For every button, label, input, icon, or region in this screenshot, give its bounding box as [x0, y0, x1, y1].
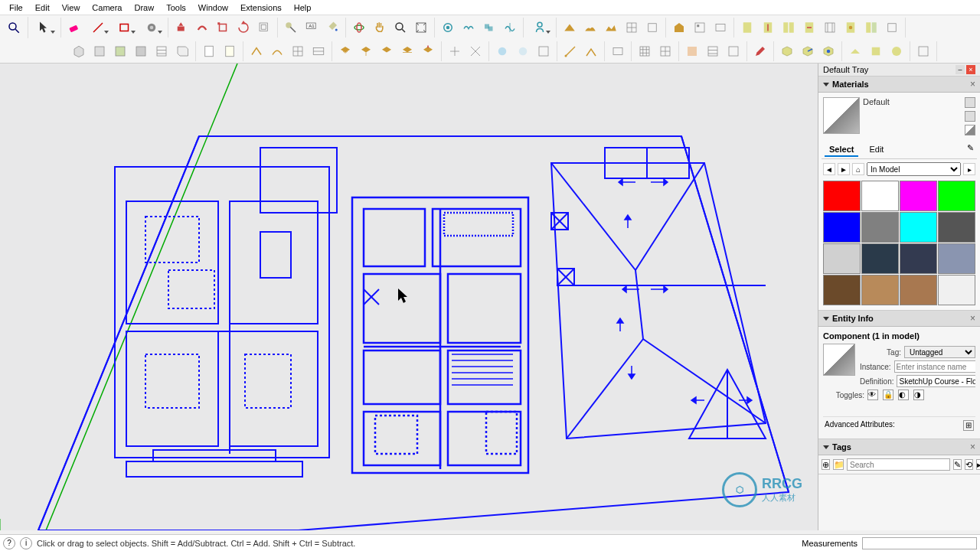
- swatch[interactable]: [823, 275, 861, 305]
- materials-back-icon[interactable]: ◄: [823, 163, 835, 175]
- swatch[interactable]: [900, 243, 937, 274]
- tags-menu-icon[interactable]: ▸: [976, 459, 980, 470]
- materials-panel-header[interactable]: Materials ×: [818, 77, 980, 93]
- menu-draw[interactable]: Draw: [128, 2, 160, 14]
- section-1-icon[interactable]: [247, 41, 266, 61]
- status-help-icon[interactable]: ?: [3, 537, 15, 549]
- circle-tool-icon[interactable]: [139, 18, 165, 37]
- axis-2-icon[interactable]: [466, 41, 485, 61]
- tags-close-icon[interactable]: ×: [970, 442, 975, 452]
- scene-1-icon[interactable]: [608, 41, 628, 61]
- misc-2-icon[interactable]: [866, 41, 886, 61]
- followme-tool-icon[interactable]: [192, 18, 212, 37]
- rectangle-tool-icon[interactable]: [112, 18, 138, 37]
- section-4-icon[interactable]: [309, 41, 328, 61]
- select-tool-icon[interactable]: [31, 18, 57, 37]
- layer-5-icon[interactable]: [418, 41, 438, 61]
- entity-info-header[interactable]: Entity Info ×: [818, 311, 980, 327]
- entity-instance-input[interactable]: [894, 360, 975, 373]
- misc-1-icon[interactable]: [845, 41, 865, 61]
- end-tool-icon[interactable]: [913, 41, 933, 61]
- sandbox-grid-icon[interactable]: [622, 18, 642, 37]
- solid-tool-3-icon[interactable]: [479, 18, 499, 37]
- text-tool-icon[interactable]: A1: [302, 18, 322, 37]
- materials-eyedropper-icon[interactable]: ✎: [967, 143, 974, 157]
- menu-file[interactable]: File: [3, 2, 29, 14]
- sandbox-2-icon[interactable]: [580, 18, 600, 37]
- person-tool-icon[interactable]: [527, 18, 553, 37]
- tags-panel-header[interactable]: Tags ×: [818, 439, 980, 455]
- materials-select-tab[interactable]: Select: [825, 143, 858, 157]
- layer-4-icon[interactable]: [397, 41, 417, 61]
- swatch[interactable]: [900, 212, 937, 243]
- status-info-icon[interactable]: i: [20, 537, 32, 549]
- pan-tool-icon[interactable]: [370, 18, 390, 37]
- offset-tool-icon[interactable]: [254, 18, 274, 37]
- menu-edit[interactable]: Edit: [29, 2, 56, 14]
- materials-edit-tab[interactable]: Edit: [864, 143, 888, 157]
- swatch[interactable]: [823, 212, 861, 243]
- menu-view[interactable]: View: [56, 2, 87, 14]
- misc-3-icon[interactable]: [887, 41, 906, 61]
- toggle-visible-icon[interactable]: 👁: [867, 390, 878, 400]
- material-create-icon[interactable]: [965, 97, 975, 108]
- paint-bucket-tool-icon[interactable]: [322, 18, 342, 37]
- sandbox-1-icon[interactable]: [560, 18, 580, 37]
- toggle-lock-icon[interactable]: 🔒: [883, 390, 893, 400]
- zoom-extents-tool-icon[interactable]: [411, 18, 431, 37]
- materials-forward-icon[interactable]: ►: [838, 163, 850, 175]
- shadow-3-icon[interactable]: [534, 41, 554, 61]
- solid-tool-1-icon[interactable]: [438, 18, 458, 37]
- advanced-attributes-expand-icon[interactable]: ⊞: [963, 420, 974, 431]
- ext-tool-d-icon[interactable]: [799, 18, 819, 37]
- warehouse-2-icon[interactable]: [690, 18, 710, 37]
- zoom-tool-icon[interactable]: [390, 18, 410, 37]
- dimension-2-icon[interactable]: [581, 41, 601, 61]
- swatch[interactable]: [938, 212, 975, 243]
- materials-menu-icon[interactable]: ▸: [963, 163, 975, 175]
- menu-camera[interactable]: Camera: [86, 2, 128, 14]
- layer-1-icon[interactable]: [335, 41, 355, 61]
- entity-info-close-icon[interactable]: ×: [970, 313, 975, 324]
- pencil-icon[interactable]: [750, 41, 770, 61]
- view-top-icon[interactable]: [90, 41, 109, 61]
- dimension-1-icon[interactable]: [560, 41, 580, 61]
- shadow-1-icon[interactable]: [492, 41, 512, 61]
- face-3-icon[interactable]: [724, 41, 743, 61]
- tags-add-icon[interactable]: ⊕: [822, 459, 830, 470]
- view-front-icon[interactable]: [110, 41, 130, 61]
- sandbox-5-icon[interactable]: [642, 18, 662, 37]
- section-2-icon[interactable]: [267, 41, 287, 61]
- viewport-3d[interactable]: ⬡ RRCG 人人素材: [0, 64, 818, 530]
- toggle-receive-icon[interactable]: ◑: [913, 390, 924, 400]
- layer-2-icon[interactable]: [356, 41, 376, 61]
- view-iso-icon[interactable]: [69, 41, 89, 61]
- ext-tool-e-icon[interactable]: [820, 18, 840, 37]
- swatch[interactable]: [900, 181, 937, 211]
- shadow-2-icon[interactable]: [513, 41, 533, 61]
- sandbox-3-icon[interactable]: [601, 18, 621, 37]
- view-right-icon[interactable]: [172, 41, 192, 61]
- style-2-icon[interactable]: [220, 41, 240, 61]
- materials-collection-select[interactable]: In Model: [867, 162, 961, 176]
- ext-tool-h-icon[interactable]: [882, 18, 902, 37]
- tray-minimize-icon[interactable]: –: [956, 65, 965, 74]
- ext-tool-f-icon[interactable]: [841, 18, 861, 37]
- rotate-tool-icon[interactable]: [234, 18, 253, 37]
- component-3-icon[interactable]: [818, 41, 838, 61]
- solid-tool-2-icon[interactable]: [459, 18, 479, 37]
- face-1-icon[interactable]: [682, 41, 702, 61]
- component-1-icon[interactable]: [777, 41, 797, 61]
- tags-filter-icon[interactable]: ✎: [953, 459, 962, 470]
- ext-tool-a-icon[interactable]: [737, 18, 757, 37]
- swatch[interactable]: [900, 275, 937, 305]
- grid-1-icon[interactable]: [635, 41, 655, 61]
- tape-measure-tool-icon[interactable]: [281, 18, 301, 37]
- layer-3-icon[interactable]: [377, 41, 397, 61]
- swatch[interactable]: [938, 243, 975, 274]
- ext-tool-c-icon[interactable]: [779, 18, 799, 37]
- menu-extensions[interactable]: Extensions: [234, 2, 288, 14]
- tray-header[interactable]: Default Tray – ×: [818, 64, 980, 77]
- view-left-icon[interactable]: [152, 41, 172, 61]
- face-2-icon[interactable]: [703, 41, 723, 61]
